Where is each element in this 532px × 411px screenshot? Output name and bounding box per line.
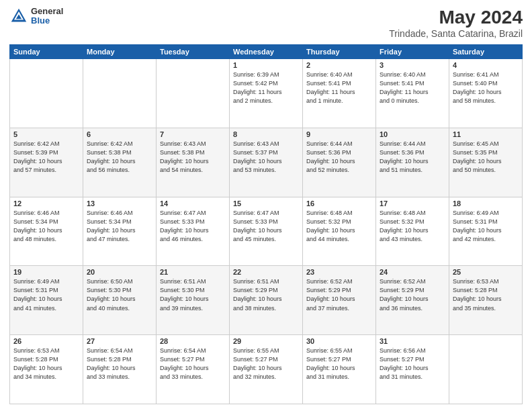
table-row: 7Sunrise: 6:43 AM Sunset: 5:38 PM Daylig… bbox=[157, 128, 230, 197]
calendar-week-row: 26Sunrise: 6:53 AM Sunset: 5:28 PM Dayli… bbox=[10, 335, 523, 404]
table-row: 29Sunrise: 6:55 AM Sunset: 5:27 PM Dayli… bbox=[230, 335, 303, 404]
logo-icon bbox=[9, 7, 28, 26]
table-row: 19Sunrise: 6:49 AM Sunset: 5:31 PM Dayli… bbox=[10, 266, 83, 335]
day-number: 12 bbox=[13, 199, 79, 208]
table-row: 28Sunrise: 6:54 AM Sunset: 5:27 PM Dayli… bbox=[157, 335, 230, 404]
table-row: 26Sunrise: 6:53 AM Sunset: 5:28 PM Dayli… bbox=[10, 335, 83, 404]
col-monday: Monday bbox=[83, 45, 157, 59]
day-info: Sunrise: 6:43 AM Sunset: 5:38 PM Dayligh… bbox=[160, 140, 226, 175]
main-title: May 2024 bbox=[389, 7, 523, 28]
day-info: Sunrise: 6:47 AM Sunset: 5:33 PM Dayligh… bbox=[233, 209, 299, 244]
day-info: Sunrise: 6:42 AM Sunset: 5:38 PM Dayligh… bbox=[87, 140, 152, 175]
table-row: 13Sunrise: 6:46 AM Sunset: 5:34 PM Dayli… bbox=[83, 197, 157, 266]
day-info: Sunrise: 6:56 AM Sunset: 5:27 PM Dayligh… bbox=[380, 347, 445, 381]
logo-blue-text: Blue bbox=[31, 16, 63, 26]
day-info: Sunrise: 6:53 AM Sunset: 5:28 PM Dayligh… bbox=[453, 277, 519, 312]
day-number: 29 bbox=[233, 337, 299, 345]
day-info: Sunrise: 6:48 AM Sunset: 5:32 PM Dayligh… bbox=[306, 209, 372, 244]
header: General Blue May 2024 Trindade, Santa Ca… bbox=[9, 7, 523, 39]
table-row: 24Sunrise: 6:52 AM Sunset: 5:29 PM Dayli… bbox=[376, 266, 449, 335]
day-info: Sunrise: 6:55 AM Sunset: 5:27 PM Dayligh… bbox=[233, 347, 299, 381]
col-wednesday: Wednesday bbox=[230, 45, 303, 59]
day-info: Sunrise: 6:50 AM Sunset: 5:30 PM Dayligh… bbox=[87, 277, 152, 312]
table-row bbox=[157, 59, 230, 128]
table-row: 10Sunrise: 6:44 AM Sunset: 5:36 PM Dayli… bbox=[376, 128, 449, 197]
title-section: May 2024 Trindade, Santa Catarina, Brazi… bbox=[389, 7, 523, 39]
table-row: 9Sunrise: 6:44 AM Sunset: 5:36 PM Daylig… bbox=[303, 128, 376, 197]
day-number: 9 bbox=[306, 130, 372, 138]
day-info: Sunrise: 6:54 AM Sunset: 5:28 PM Dayligh… bbox=[87, 347, 152, 381]
day-number: 25 bbox=[453, 268, 519, 276]
day-number: 15 bbox=[233, 199, 299, 208]
day-info: Sunrise: 6:49 AM Sunset: 5:31 PM Dayligh… bbox=[13, 277, 79, 312]
day-info: Sunrise: 6:44 AM Sunset: 5:36 PM Dayligh… bbox=[306, 140, 372, 175]
day-number: 31 bbox=[380, 337, 445, 345]
day-info: Sunrise: 6:55 AM Sunset: 5:27 PM Dayligh… bbox=[306, 347, 372, 381]
table-row: 25Sunrise: 6:53 AM Sunset: 5:28 PM Dayli… bbox=[449, 266, 523, 335]
calendar-week-row: 1Sunrise: 6:39 AM Sunset: 5:42 PM Daylig… bbox=[10, 59, 523, 128]
day-number: 6 bbox=[87, 130, 152, 138]
day-info: Sunrise: 6:44 AM Sunset: 5:36 PM Dayligh… bbox=[380, 140, 445, 175]
day-number: 10 bbox=[380, 130, 445, 138]
col-thursday: Thursday bbox=[303, 45, 376, 59]
day-number: 23 bbox=[306, 268, 372, 276]
table-row: 23Sunrise: 6:52 AM Sunset: 5:29 PM Dayli… bbox=[303, 266, 376, 335]
day-number: 19 bbox=[13, 268, 79, 276]
col-sunday: Sunday bbox=[10, 45, 83, 59]
table-row bbox=[10, 59, 83, 128]
logo: General Blue bbox=[9, 7, 63, 26]
day-info: Sunrise: 6:39 AM Sunset: 5:42 PM Dayligh… bbox=[233, 71, 299, 105]
calendar: Sunday Monday Tuesday Wednesday Thursday… bbox=[9, 44, 523, 404]
day-number: 11 bbox=[453, 130, 519, 138]
table-row bbox=[83, 59, 157, 128]
day-info: Sunrise: 6:46 AM Sunset: 5:34 PM Dayligh… bbox=[13, 209, 79, 244]
day-info: Sunrise: 6:52 AM Sunset: 5:29 PM Dayligh… bbox=[380, 277, 445, 312]
day-number: 13 bbox=[87, 199, 152, 208]
day-number: 30 bbox=[306, 337, 372, 345]
table-row: 21Sunrise: 6:51 AM Sunset: 5:30 PM Dayli… bbox=[157, 266, 230, 335]
table-row: 5Sunrise: 6:42 AM Sunset: 5:39 PM Daylig… bbox=[10, 128, 83, 197]
day-number: 14 bbox=[160, 199, 226, 208]
calendar-week-row: 19Sunrise: 6:49 AM Sunset: 5:31 PM Dayli… bbox=[10, 266, 523, 335]
day-info: Sunrise: 6:40 AM Sunset: 5:41 PM Dayligh… bbox=[380, 71, 445, 105]
table-row: 8Sunrise: 6:43 AM Sunset: 5:37 PM Daylig… bbox=[230, 128, 303, 197]
day-number: 21 bbox=[160, 268, 226, 276]
day-number: 1 bbox=[233, 61, 299, 69]
subtitle: Trindade, Santa Catarina, Brazil bbox=[389, 28, 523, 39]
table-row bbox=[449, 335, 523, 404]
table-row: 12Sunrise: 6:46 AM Sunset: 5:34 PM Dayli… bbox=[10, 197, 83, 266]
day-info: Sunrise: 6:53 AM Sunset: 5:28 PM Dayligh… bbox=[13, 347, 79, 381]
day-number: 16 bbox=[306, 199, 372, 208]
day-number: 22 bbox=[233, 268, 299, 276]
day-info: Sunrise: 6:48 AM Sunset: 5:32 PM Dayligh… bbox=[380, 209, 445, 244]
table-row: 11Sunrise: 6:45 AM Sunset: 5:35 PM Dayli… bbox=[449, 128, 523, 197]
day-number: 20 bbox=[87, 268, 152, 276]
day-number: 28 bbox=[160, 337, 226, 345]
day-info: Sunrise: 6:51 AM Sunset: 5:29 PM Dayligh… bbox=[233, 277, 299, 312]
table-row: 3Sunrise: 6:40 AM Sunset: 5:41 PM Daylig… bbox=[376, 59, 449, 128]
logo-text: General Blue bbox=[31, 7, 63, 26]
calendar-week-row: 12Sunrise: 6:46 AM Sunset: 5:34 PM Dayli… bbox=[10, 197, 523, 266]
table-row: 15Sunrise: 6:47 AM Sunset: 5:33 PM Dayli… bbox=[230, 197, 303, 266]
day-info: Sunrise: 6:49 AM Sunset: 5:31 PM Dayligh… bbox=[453, 209, 519, 244]
table-row: 18Sunrise: 6:49 AM Sunset: 5:31 PM Dayli… bbox=[449, 197, 523, 266]
day-number: 27 bbox=[87, 337, 152, 345]
day-number: 3 bbox=[380, 61, 445, 69]
table-row: 1Sunrise: 6:39 AM Sunset: 5:42 PM Daylig… bbox=[230, 59, 303, 128]
day-info: Sunrise: 6:52 AM Sunset: 5:29 PM Dayligh… bbox=[306, 277, 372, 312]
page: General Blue May 2024 Trindade, Santa Ca… bbox=[0, 0, 532, 411]
day-number: 8 bbox=[233, 130, 299, 138]
day-info: Sunrise: 6:40 AM Sunset: 5:41 PM Dayligh… bbox=[306, 71, 372, 105]
day-number: 26 bbox=[13, 337, 79, 345]
day-info: Sunrise: 6:41 AM Sunset: 5:40 PM Dayligh… bbox=[453, 71, 519, 105]
table-row: 31Sunrise: 6:56 AM Sunset: 5:27 PM Dayli… bbox=[376, 335, 449, 404]
calendar-header-row: Sunday Monday Tuesday Wednesday Thursday… bbox=[10, 45, 523, 59]
day-info: Sunrise: 6:42 AM Sunset: 5:39 PM Dayligh… bbox=[13, 140, 79, 175]
col-friday: Friday bbox=[376, 45, 449, 59]
day-info: Sunrise: 6:47 AM Sunset: 5:33 PM Dayligh… bbox=[160, 209, 226, 244]
table-row: 14Sunrise: 6:47 AM Sunset: 5:33 PM Dayli… bbox=[157, 197, 230, 266]
calendar-week-row: 5Sunrise: 6:42 AM Sunset: 5:39 PM Daylig… bbox=[10, 128, 523, 197]
table-row: 20Sunrise: 6:50 AM Sunset: 5:30 PM Dayli… bbox=[83, 266, 157, 335]
day-number: 2 bbox=[306, 61, 372, 69]
day-number: 7 bbox=[160, 130, 226, 138]
